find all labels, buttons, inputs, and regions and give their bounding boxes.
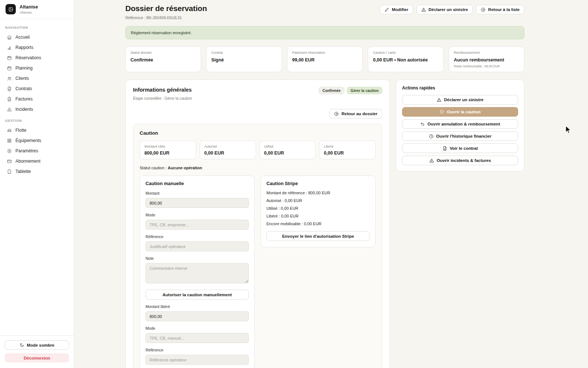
stripe-info-line: Autorisé : 0,00 EUR [266, 198, 370, 203]
stat-label: Autorisé [204, 144, 251, 148]
undo-icon [420, 122, 425, 127]
sidebar-item-label: Flotte [15, 128, 26, 133]
manual-caution-title: Caution manuelle [146, 181, 249, 186]
sidebar-item-contrats[interactable]: Contrats [4, 84, 70, 94]
stat-label: Paiement réservation [292, 50, 358, 54]
caution-status: Statut caution : Aucune opération [140, 166, 376, 170]
release-montant-libere-input[interactable] [146, 311, 249, 321]
release-mode-input[interactable] [146, 333, 249, 343]
button-label: Déclarer un sinistre [429, 7, 468, 12]
field-label: Référence [146, 234, 249, 239]
sidebar-item-reservations[interactable]: Réservations [4, 53, 70, 63]
sidebar-item-clients[interactable]: Clients [4, 73, 70, 84]
chart-icon [7, 45, 12, 50]
sidebar-item-flotte[interactable]: Flotte [4, 125, 70, 135]
button-label: Retour à la liste [488, 7, 520, 12]
sidebar-item-factures[interactable]: Factures [4, 94, 70, 104]
retour-a-la-liste-button[interactable]: Retour à la liste [476, 5, 524, 14]
caution-status-value: Aucune opération [168, 166, 202, 170]
sidebar-item-abonnement[interactable]: Abonnement [4, 156, 70, 166]
caution-stat-libere: Libéré0,00 EUR [319, 141, 376, 159]
app-root: Altanise Altanise NAVIGATIONAccueilRappo… [0, 0, 588, 368]
stat-value: 0,00 EUR • Non autorisée [373, 57, 438, 63]
nav-section-label: GESTION [5, 119, 69, 123]
caution-columns: Caution manuelle MontantModeRéférenceNot… [140, 176, 376, 368]
calendar-icon [7, 56, 12, 60]
button-label: Ouvrir la caution [447, 110, 480, 114]
stat-label: Utilisé [264, 144, 311, 148]
badge-gerer-la-caution[interactable]: Gérer la caution [347, 87, 382, 94]
caution-stats: Montant cible800,00 EURAutorisé0,00 EURU… [140, 141, 376, 159]
note-textarea[interactable] [146, 263, 249, 283]
sidebar-item-label: Planning [15, 66, 33, 71]
stripe-info-line: Encore mobilisable : 0,00 EUR [266, 222, 370, 226]
sidebar-item-accueil[interactable]: Accueil [4, 32, 70, 42]
button-label: Envoyer le lien d'autorisation Stripe [282, 234, 354, 238]
modifier-button[interactable]: Modifier [380, 5, 413, 14]
ouvrir-incidents-factures-button[interactable]: Ouvrir incidents & factures [402, 156, 518, 165]
field-label: Montant libéré [146, 304, 249, 309]
field-release-montant-libere: Montant libéré [146, 304, 249, 321]
stat-card-paiement-reservation: Paiement réservation99,00 EUR [287, 46, 363, 72]
sidebar-item-label: Paramètres [15, 148, 38, 153]
caution-stat-utilise: Utilisé0,00 EUR [259, 141, 316, 159]
stripe-info-line: Montant de référence : 800,00 EUR [266, 191, 370, 195]
voir-le-contrat-button[interactable]: Voir le contrat [402, 144, 518, 153]
sidebar-item-rapports[interactable]: Rapports [4, 42, 70, 53]
sidebar-item-planning[interactable]: Planning [4, 63, 70, 73]
montant-input[interactable] [146, 198, 249, 208]
sidebar-footer: Mode sombre Déconnexion [0, 335, 74, 368]
stripe-info-line: Utilisé : 0,00 EUR [266, 206, 370, 210]
sidebar-item-tablette[interactable]: Tablette [4, 166, 70, 177]
stat-value: 0,00 EUR [324, 151, 371, 156]
reference-input[interactable] [146, 241, 249, 251]
quick-actions-title: Actions rapides [402, 85, 518, 91]
mode-input[interactable] [146, 220, 249, 230]
sidebar-item-incidents[interactable]: Incidents [4, 104, 70, 114]
field-montant: Montant [146, 191, 249, 208]
users-icon [7, 76, 12, 81]
declarer-un-sinistre-button[interactable]: Déclarer un sinistre [416, 5, 473, 14]
ouvrir-la-caution-button[interactable]: Ouvrir la caution [402, 107, 518, 117]
brand-logo [6, 4, 16, 14]
stat-label: Montant cible [144, 144, 191, 148]
stat-card-remboursement: RemboursementAucun remboursementReste re… [449, 46, 524, 72]
stat-label: Libéré [324, 144, 371, 148]
car-icon [7, 128, 12, 133]
logout-button[interactable]: Déconnexion [5, 353, 69, 362]
brand[interactable]: Altanise Altanise [0, 0, 74, 19]
stripe-info-line: Libéré : 0,00 EUR [266, 214, 370, 218]
ouvrir-l-historique-financier-button[interactable]: Ouvrir l'historique financier [402, 131, 518, 141]
release-reference-input[interactable] [146, 355, 249, 365]
field-label: Montant [146, 191, 249, 195]
info-title: Informations générales [133, 87, 192, 93]
dark-mode-label: Mode sombre [27, 343, 54, 347]
content: Dossier de réservation Référence : BK-26… [125, 0, 524, 368]
declarer-un-sinistre-button[interactable]: Déclarer un sinistre [402, 95, 518, 105]
stat-card-contrat: ContratSigné [206, 46, 282, 72]
stat-value: Signé [211, 57, 277, 63]
booking-reference: Référence : BK-260409-6SUEJS [125, 15, 207, 20]
field-mode: Mode [146, 213, 249, 230]
warning-icon [421, 7, 426, 12]
success-alert: Règlement réservation enregistré. [125, 26, 524, 39]
file-icon [442, 146, 447, 151]
field-note: Note [146, 256, 249, 284]
dark-mode-button[interactable]: Mode sombre [5, 340, 69, 350]
sidebar-item-equipements[interactable]: Équipements [4, 135, 70, 146]
sidebar-item-label: Accueil [15, 35, 30, 40]
authorize-caution-button[interactable]: Autoriser la caution manuellement [146, 290, 249, 300]
stripe-caution-card: Caution Stripe Montant de référence : 80… [261, 176, 376, 247]
stat-label: Caution / carte [373, 50, 438, 54]
stat-value: Aucun remboursement [454, 57, 519, 63]
manual-authorize-fields: MontantModeRéférenceNote [146, 191, 249, 284]
send-stripe-link-button[interactable]: Envoyer le lien d'autorisation Stripe [266, 231, 370, 241]
quick-actions-panel: Actions rapides Déclarer un sinistreOuvr… [396, 79, 524, 171]
button-label: Déclarer un sinistre [444, 98, 483, 102]
sidebar-item-parametres[interactable]: Paramètres [4, 146, 70, 156]
caution-status-label: Statut caution : [140, 166, 168, 170]
general-info-panel: Informations générales Étape conseillée … [125, 79, 390, 368]
ouvrir-annulation-remboursement-button[interactable]: Ouvrir annulation & remboursement [402, 119, 518, 129]
back-to-file-button[interactable]: Retour au dossier [329, 109, 382, 118]
button-label: Autoriser la caution manuellement [162, 293, 232, 297]
